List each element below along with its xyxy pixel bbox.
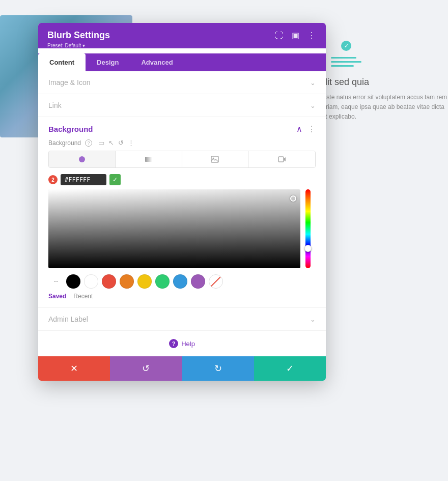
swatch-orange[interactable] (120, 274, 134, 289)
cancel-button[interactable]: ✕ (38, 356, 110, 381)
save-button[interactable]: ✓ (254, 356, 326, 381)
video-tab[interactable] (248, 151, 315, 167)
color-type-tabs (48, 151, 316, 168)
modal-title-row: Blurb Settings ⛶ ▣ ⋮ (47, 30, 317, 41)
video-icon (278, 155, 286, 163)
gradient-color-tab[interactable] (116, 151, 182, 167)
more-options-icon[interactable]: ⋮ (306, 31, 317, 41)
svg-rect-1 (145, 157, 152, 162)
bg-field-label: Background (48, 139, 81, 147)
background-section-content: Background ? ▭ ↖ ↺ ⋮ (38, 134, 326, 308)
menu-lines-decoration (331, 57, 448, 67)
redo-button[interactable]: ↻ (182, 356, 254, 381)
solid-icon (78, 155, 86, 163)
swatch-transparent[interactable] (209, 274, 223, 289)
kebab-icon[interactable]: ⋮ (128, 139, 134, 147)
swatch-yellow[interactable] (137, 274, 152, 289)
swatch-green[interactable] (155, 274, 170, 289)
bg-tool-icons: ▭ ↖ ↺ ⋮ (98, 139, 134, 147)
saved-recent-tabs: Saved Recent (48, 293, 316, 300)
color-picker-area: 2 #FFFFFF ✓ (48, 174, 316, 268)
svg-rect-2 (211, 156, 218, 162)
background-label: Background (48, 125, 93, 133)
bg-right-panel: ✓ velit sed quia nis iste natus error si… (316, 41, 448, 122)
preset-label[interactable]: Preset: Default ▾ (47, 43, 317, 48)
saved-tab[interactable]: Saved (48, 293, 66, 300)
tab-design[interactable]: Design (86, 53, 130, 71)
modal-title: Blurb Settings (47, 30, 110, 41)
image-icon-label: Image & Icon (48, 78, 91, 87)
link-label: Link (48, 101, 62, 109)
modal-tabs: Content Design Advanced (38, 53, 326, 71)
link-chevron: ⌄ (310, 102, 316, 109)
action-bar: ✕ ↺ ↻ ✓ (38, 356, 326, 381)
swatch-blue[interactable] (173, 274, 187, 289)
check-badge-icon: ✓ (341, 41, 351, 51)
image-icon (211, 155, 219, 163)
color-index-badge: 2 (48, 175, 58, 184)
admin-label-section[interactable]: Admin Label ⌄ (38, 308, 326, 331)
hue-slider-thumb[interactable] (304, 245, 312, 252)
background-controls-row: Background ? ▭ ↖ ↺ ⋮ (48, 134, 316, 151)
svg-point-0 (79, 156, 85, 162)
color-gradient-container[interactable] (48, 189, 316, 268)
help-row[interactable]: ? Help (38, 331, 326, 356)
bg-right-heading: velit sed quia (316, 77, 448, 88)
help-label: Help (181, 340, 195, 348)
image-icon-chevron: ⌄ (310, 79, 316, 87)
solid-color-tab[interactable] (49, 151, 116, 167)
image-icon-section[interactable]: Image & Icon ⌄ (38, 71, 326, 94)
cursor-icon[interactable]: ↖ (108, 139, 114, 147)
color-selector-handle[interactable] (290, 195, 296, 202)
modal-header-icons: ⛶ ▣ ⋮ (274, 31, 317, 41)
modal-header: Blurb Settings ⛶ ▣ ⋮ Preset: Default ▾ (38, 23, 326, 48)
swatch-black[interactable] (66, 274, 80, 289)
bg-right-text: nis iste natus error sit voluptatem accu… (316, 93, 448, 122)
help-icon[interactable]: ? (85, 139, 92, 147)
menu-line-2 (331, 61, 361, 63)
columns-icon[interactable]: ▣ (290, 31, 300, 41)
menu-line-3 (331, 65, 354, 67)
menu-line-1 (331, 57, 356, 59)
color-hex-input[interactable]: #FFFFFF (61, 174, 106, 185)
recent-tab[interactable]: Recent (73, 293, 93, 300)
swatch-red[interactable] (102, 274, 116, 289)
modal-body: Image & Icon ⌄ Link ⌄ Background ∧ ⋮ Bac… (38, 71, 326, 356)
background-section-header[interactable]: Background ∧ ⋮ (38, 117, 326, 134)
hue-slider[interactable] (304, 189, 312, 268)
hue-slider-track (305, 189, 311, 268)
gradient-field[interactable] (48, 189, 300, 268)
swatch-white[interactable] (84, 274, 98, 289)
color-swatches-row: ··· (48, 274, 316, 289)
background-header-controls: ∧ ⋮ (296, 124, 316, 134)
admin-label-text: Admin Label (48, 315, 88, 323)
tab-content[interactable]: Content (38, 53, 86, 71)
admin-label-chevron: ⌄ (310, 316, 316, 323)
tab-advanced[interactable]: Advanced (130, 53, 184, 71)
undo-button[interactable]: ↺ (110, 356, 182, 381)
svg-rect-4 (278, 157, 284, 162)
swatch-purple[interactable] (191, 274, 205, 289)
expand-icon[interactable]: ⛶ (274, 31, 284, 41)
more-swatches-button[interactable]: ··· (48, 274, 63, 289)
desktop-icon[interactable]: ▭ (98, 139, 104, 147)
gradient-icon (145, 155, 153, 163)
color-hex-row: 2 #FFFFFF ✓ (48, 174, 316, 185)
color-confirm-button[interactable]: ✓ (109, 174, 121, 185)
reset-icon[interactable]: ↺ (118, 139, 124, 147)
blurb-settings-modal: Blurb Settings ⛶ ▣ ⋮ Preset: Default ▾ C… (38, 23, 326, 381)
link-section[interactable]: Link ⌄ (38, 94, 326, 117)
background-chevron-up: ∧ (296, 124, 302, 134)
help-circle-icon: ? (169, 339, 178, 348)
background-more-icon[interactable]: ⋮ (307, 124, 316, 134)
image-tab[interactable] (182, 151, 249, 167)
